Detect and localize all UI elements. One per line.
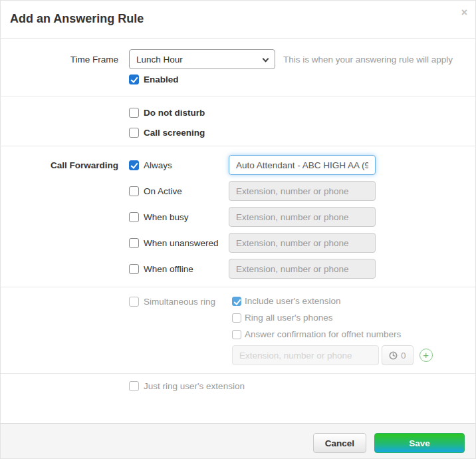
forward-when-busy-checkbox[interactable]: [129, 212, 139, 222]
forward-when-busy-input[interactable]: [229, 207, 376, 227]
save-button[interactable]: Save: [374, 433, 465, 453]
forward-on-active-input[interactable]: [229, 181, 376, 201]
enabled-checkbox[interactable]: [129, 75, 139, 84]
close-icon[interactable]: ×: [461, 7, 467, 18]
answer-confirmation-checkbox[interactable]: [232, 330, 241, 339]
cancel-button[interactable]: Cancel: [313, 433, 366, 453]
call-options-section: Do not disturb Call screening: [1, 96, 475, 146]
forward-when-offline-label: When offline: [144, 264, 193, 274]
ring-delay-value: 0: [401, 351, 406, 361]
do-not-disturb-checkbox[interactable]: [129, 108, 139, 118]
just-ring-checkbox[interactable]: [129, 381, 139, 391]
forward-when-unanswered-checkbox[interactable]: [129, 238, 139, 248]
forward-when-offline-input[interactable]: [229, 259, 376, 279]
time-frame-select-wrap: Lunch Hour: [129, 49, 275, 69]
add-answering-rule-modal: Add an Answering Rule × Time Frame Lunch…: [0, 0, 476, 459]
add-number-plus-icon[interactable]: +: [419, 349, 433, 362]
ring-all-users-phones-checkbox[interactable]: [232, 313, 241, 323]
forward-always-label: Always: [144, 160, 172, 170]
modal-header: Add an Answering Rule ×: [1, 1, 475, 39]
ring-delay-control[interactable]: 0: [382, 345, 414, 365]
time-frame-helper-text: This is when your answering rule will ap…: [283, 55, 453, 65]
do-not-disturb-label: Do not disturb: [144, 108, 205, 118]
simultaneous-ring-label: Simultaneous ring: [144, 297, 215, 307]
simultaneous-ring-checkbox[interactable]: [129, 297, 139, 307]
just-ring-label: Just ring user's extension: [144, 381, 245, 391]
modal-title: Add an Answering Rule: [10, 12, 466, 26]
include-users-extension-checkbox[interactable]: [232, 297, 241, 306]
forward-when-unanswered-label: When unanswered: [144, 238, 219, 248]
time-frame-section: Time Frame Lunch Hour This is when your …: [1, 39, 475, 96]
simultaneous-ring-section: Simultaneous ring Include user's extensi…: [1, 287, 475, 373]
forward-when-busy-label: When busy: [144, 212, 189, 222]
forward-when-unanswered-input[interactable]: [229, 233, 376, 253]
answer-confirmation-label: Answer confirmation for offnet numbers: [245, 329, 401, 339]
forward-when-offline-checkbox[interactable]: [129, 264, 139, 274]
enabled-label: Enabled: [144, 75, 179, 84]
call-screening-label: Call screening: [144, 128, 205, 138]
just-ring-section: Just ring user's extension: [1, 373, 475, 423]
ring-all-users-phones-label: Ring all user's phones: [245, 313, 332, 323]
modal-footer: Cancel Save: [1, 423, 475, 459]
time-frame-select[interactable]: Lunch Hour: [129, 49, 275, 69]
clock-icon: [389, 351, 398, 360]
time-frame-label: Time Frame: [1, 55, 118, 65]
call-forwarding-section: Call Forwarding Always On Active: [1, 146, 475, 287]
include-users-extension-label: Include user's extension: [245, 296, 340, 306]
forward-on-active-checkbox[interactable]: [129, 186, 139, 196]
forward-always-input[interactable]: [229, 155, 376, 175]
forward-always-checkbox[interactable]: [129, 160, 139, 170]
forward-on-active-label: On Active: [144, 186, 182, 196]
call-forwarding-section-label: Call Forwarding: [1, 160, 118, 170]
simultaneous-ring-number-input[interactable]: [232, 345, 379, 365]
call-screening-checkbox[interactable]: [129, 128, 139, 138]
simultaneous-ring-options: Include user's extension Ring all user's…: [232, 296, 433, 365]
